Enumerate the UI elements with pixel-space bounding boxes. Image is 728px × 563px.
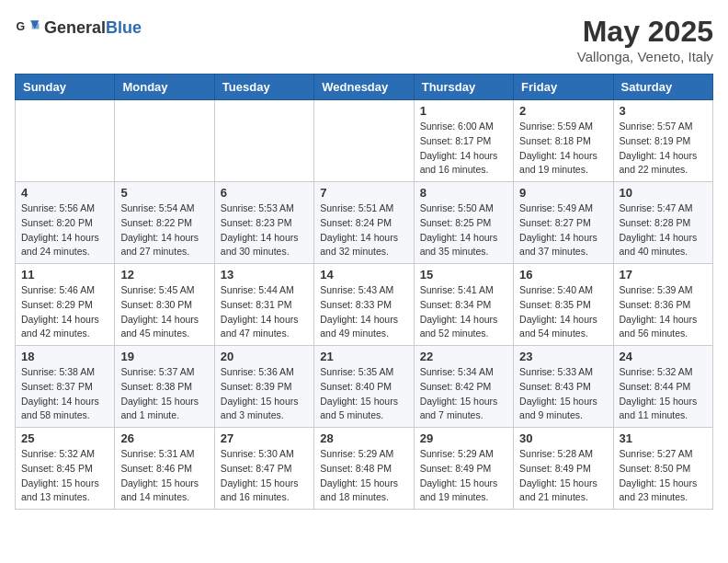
calendar-week-row: 4Sunrise: 5:56 AM Sunset: 8:20 PM Daylig… <box>16 182 713 264</box>
calendar-cell: 12Sunrise: 5:45 AM Sunset: 8:30 PM Dayli… <box>115 264 214 346</box>
calendar-cell: 16Sunrise: 5:40 AM Sunset: 8:35 PM Dayli… <box>514 264 613 346</box>
calendar-cell: 1Sunrise: 6:00 AM Sunset: 8:17 PM Daylig… <box>414 100 513 182</box>
day-info: Sunrise: 5:32 AM Sunset: 8:45 PM Dayligh… <box>21 447 108 505</box>
day-info: Sunrise: 5:53 AM Sunset: 8:23 PM Dayligh… <box>221 201 308 259</box>
day-info: Sunrise: 5:33 AM Sunset: 8:43 PM Dayligh… <box>519 365 607 423</box>
day-header-wednesday: Wednesday <box>314 75 414 100</box>
day-number: 28 <box>320 431 407 445</box>
calendar-cell: 23Sunrise: 5:33 AM Sunset: 8:43 PM Dayli… <box>514 346 613 428</box>
page-header: G GeneralBlue May 2025 Vallonga, Veneto,… <box>15 15 713 64</box>
day-info: Sunrise: 5:57 AM Sunset: 8:19 PM Dayligh… <box>620 120 707 178</box>
day-number: 15 <box>420 268 507 282</box>
calendar-cell: 30Sunrise: 5:28 AM Sunset: 8:49 PM Dayli… <box>514 428 613 510</box>
day-number: 26 <box>120 431 208 445</box>
day-number: 4 <box>21 186 108 200</box>
day-info: Sunrise: 5:59 AM Sunset: 8:18 PM Dayligh… <box>519 120 607 178</box>
calendar-cell: 10Sunrise: 5:47 AM Sunset: 8:28 PM Dayli… <box>613 182 712 264</box>
day-info: Sunrise: 5:34 AM Sunset: 8:42 PM Dayligh… <box>420 365 507 423</box>
day-number: 8 <box>420 186 507 200</box>
calendar-cell: 25Sunrise: 5:32 AM Sunset: 8:45 PM Dayli… <box>16 428 115 510</box>
title-section: May 2025 Vallonga, Veneto, Italy <box>577 15 713 64</box>
calendar-cell: 20Sunrise: 5:36 AM Sunset: 8:39 PM Dayli… <box>214 346 313 428</box>
calendar-cell: 29Sunrise: 5:29 AM Sunset: 8:49 PM Dayli… <box>414 428 513 510</box>
calendar-cell <box>214 100 313 182</box>
day-number: 2 <box>519 104 607 118</box>
calendar-cell <box>115 100 214 182</box>
logo-icon: G <box>15 15 40 40</box>
calendar-week-row: 1Sunrise: 6:00 AM Sunset: 8:17 PM Daylig… <box>16 100 713 182</box>
day-number: 3 <box>620 104 707 118</box>
day-info: Sunrise: 5:50 AM Sunset: 8:25 PM Dayligh… <box>420 201 507 259</box>
day-info: Sunrise: 5:47 AM Sunset: 8:28 PM Dayligh… <box>620 201 707 259</box>
day-info: Sunrise: 5:29 AM Sunset: 8:48 PM Dayligh… <box>320 447 407 505</box>
day-header-monday: Monday <box>115 75 214 100</box>
calendar-cell: 31Sunrise: 5:27 AM Sunset: 8:50 PM Dayli… <box>613 428 712 510</box>
calendar-cell: 11Sunrise: 5:46 AM Sunset: 8:29 PM Dayli… <box>16 264 115 346</box>
day-header-tuesday: Tuesday <box>214 75 313 100</box>
day-info: Sunrise: 5:32 AM Sunset: 8:44 PM Dayligh… <box>620 365 707 423</box>
day-info: Sunrise: 5:30 AM Sunset: 8:47 PM Dayligh… <box>221 447 308 505</box>
day-info: Sunrise: 5:44 AM Sunset: 8:31 PM Dayligh… <box>221 283 308 341</box>
day-number: 16 <box>519 268 607 282</box>
calendar-cell: 28Sunrise: 5:29 AM Sunset: 8:48 PM Dayli… <box>314 428 414 510</box>
day-info: Sunrise: 5:41 AM Sunset: 8:34 PM Dayligh… <box>420 283 507 341</box>
day-info: Sunrise: 6:00 AM Sunset: 8:17 PM Dayligh… <box>420 120 507 178</box>
day-info: Sunrise: 5:40 AM Sunset: 8:35 PM Dayligh… <box>519 283 607 341</box>
day-number: 13 <box>221 268 308 282</box>
day-number: 29 <box>420 431 507 445</box>
day-number: 27 <box>221 431 308 445</box>
svg-marker-2 <box>32 23 40 29</box>
logo-blue: Blue <box>106 18 142 37</box>
day-info: Sunrise: 5:38 AM Sunset: 8:37 PM Dayligh… <box>21 365 108 423</box>
calendar-table: SundayMondayTuesdayWednesdayThursdayFrid… <box>15 74 713 510</box>
calendar-cell: 3Sunrise: 5:57 AM Sunset: 8:19 PM Daylig… <box>613 100 712 182</box>
day-number: 22 <box>420 350 507 363</box>
calendar-week-row: 25Sunrise: 5:32 AM Sunset: 8:45 PM Dayli… <box>16 428 713 510</box>
day-info: Sunrise: 5:36 AM Sunset: 8:39 PM Dayligh… <box>221 365 308 423</box>
calendar-cell: 8Sunrise: 5:50 AM Sunset: 8:25 PM Daylig… <box>414 182 513 264</box>
day-number: 7 <box>320 186 407 200</box>
day-number: 20 <box>221 350 308 363</box>
day-number: 19 <box>120 350 208 363</box>
day-number: 21 <box>320 350 407 363</box>
day-info: Sunrise: 5:43 AM Sunset: 8:33 PM Dayligh… <box>320 283 407 341</box>
calendar-cell <box>314 100 414 182</box>
day-number: 23 <box>519 350 607 363</box>
calendar-cell: 24Sunrise: 5:32 AM Sunset: 8:44 PM Dayli… <box>613 346 712 428</box>
calendar-cell <box>16 100 115 182</box>
day-info: Sunrise: 5:45 AM Sunset: 8:30 PM Dayligh… <box>120 283 208 341</box>
calendar-cell: 15Sunrise: 5:41 AM Sunset: 8:34 PM Dayli… <box>414 264 513 346</box>
day-info: Sunrise: 5:28 AM Sunset: 8:49 PM Dayligh… <box>519 447 607 505</box>
day-number: 9 <box>519 186 607 200</box>
calendar-week-row: 18Sunrise: 5:38 AM Sunset: 8:37 PM Dayli… <box>16 346 713 428</box>
calendar-cell: 19Sunrise: 5:37 AM Sunset: 8:38 PM Dayli… <box>115 346 214 428</box>
day-number: 30 <box>519 431 607 445</box>
calendar-cell: 5Sunrise: 5:54 AM Sunset: 8:22 PM Daylig… <box>115 182 214 264</box>
day-info: Sunrise: 5:46 AM Sunset: 8:29 PM Dayligh… <box>21 283 108 341</box>
day-number: 17 <box>620 268 707 282</box>
day-info: Sunrise: 5:27 AM Sunset: 8:50 PM Dayligh… <box>620 447 707 505</box>
calendar-cell: 9Sunrise: 5:49 AM Sunset: 8:27 PM Daylig… <box>514 182 613 264</box>
day-info: Sunrise: 5:56 AM Sunset: 8:20 PM Dayligh… <box>21 201 108 259</box>
calendar-cell: 21Sunrise: 5:35 AM Sunset: 8:40 PM Dayli… <box>314 346 414 428</box>
day-info: Sunrise: 5:37 AM Sunset: 8:38 PM Dayligh… <box>120 365 208 423</box>
day-info: Sunrise: 5:49 AM Sunset: 8:27 PM Dayligh… <box>519 201 607 259</box>
calendar-cell: 22Sunrise: 5:34 AM Sunset: 8:42 PM Dayli… <box>414 346 513 428</box>
day-info: Sunrise: 5:54 AM Sunset: 8:22 PM Dayligh… <box>120 201 208 259</box>
day-number: 10 <box>620 186 707 200</box>
day-header-sunday: Sunday <box>16 75 115 100</box>
day-header-thursday: Thursday <box>414 75 513 100</box>
day-number: 25 <box>21 431 108 445</box>
logo: G GeneralBlue <box>15 15 142 40</box>
calendar-cell: 2Sunrise: 5:59 AM Sunset: 8:18 PM Daylig… <box>514 100 613 182</box>
calendar-cell: 7Sunrise: 5:51 AM Sunset: 8:24 PM Daylig… <box>314 182 414 264</box>
day-number: 1 <box>420 104 507 118</box>
calendar-cell: 17Sunrise: 5:39 AM Sunset: 8:36 PM Dayli… <box>613 264 712 346</box>
calendar-cell: 27Sunrise: 5:30 AM Sunset: 8:47 PM Dayli… <box>214 428 313 510</box>
day-number: 14 <box>320 268 407 282</box>
calendar-cell: 14Sunrise: 5:43 AM Sunset: 8:33 PM Dayli… <box>314 264 414 346</box>
calendar-cell: 26Sunrise: 5:31 AM Sunset: 8:46 PM Dayli… <box>115 428 214 510</box>
calendar-header-row: SundayMondayTuesdayWednesdayThursdayFrid… <box>16 75 713 100</box>
calendar-cell: 13Sunrise: 5:44 AM Sunset: 8:31 PM Dayli… <box>214 264 313 346</box>
day-info: Sunrise: 5:31 AM Sunset: 8:46 PM Dayligh… <box>120 447 208 505</box>
